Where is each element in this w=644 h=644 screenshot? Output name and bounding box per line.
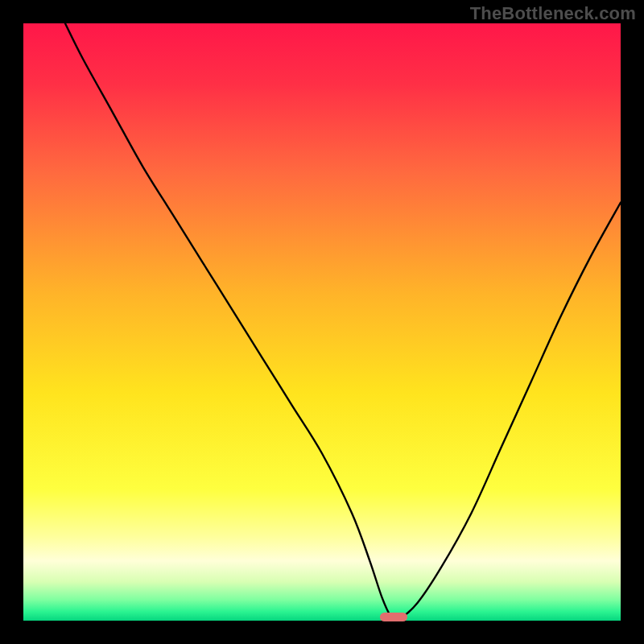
- chart-frame: TheBottleneck.com: [0, 0, 644, 644]
- optimum-marker: [380, 613, 407, 621]
- bottleneck-curve: [23, 23, 621, 621]
- plot-area: [23, 23, 621, 621]
- watermark-text: TheBottleneck.com: [470, 3, 636, 24]
